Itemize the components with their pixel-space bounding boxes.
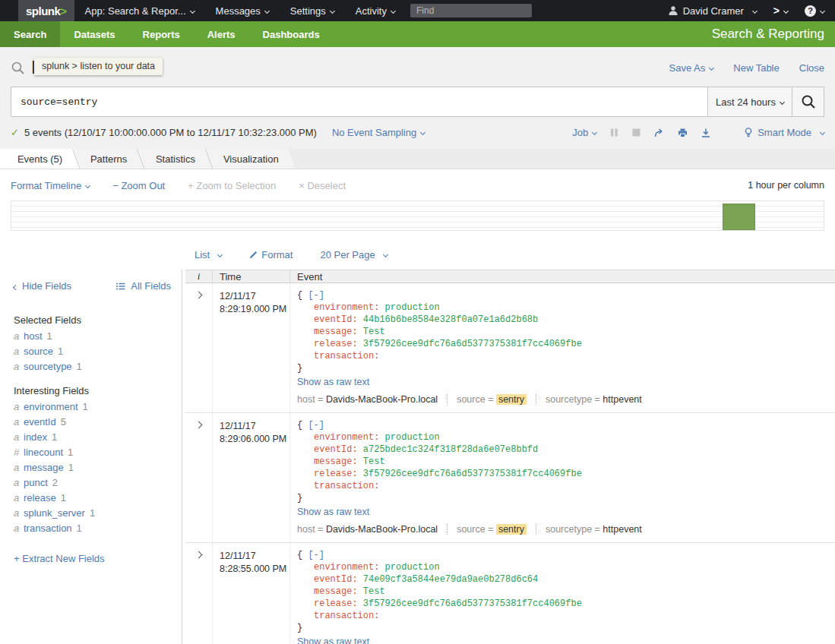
tag-value[interactable]: Davids-MacBook-Pro.local	[326, 524, 438, 535]
field-name[interactable]: transaction	[24, 522, 72, 534]
timeline-chart[interactable]	[11, 200, 824, 231]
tab-patterns[interactable]: Patterns	[73, 149, 145, 169]
json-collapse-link[interactable]: [-]	[308, 290, 324, 301]
zoom-to-selection-button[interactable]: + Zoom to Selection	[188, 180, 276, 191]
json-key[interactable]: message:	[314, 327, 358, 337]
field-name[interactable]: source	[24, 346, 53, 357]
job-menu[interactable]: Job	[572, 127, 596, 138]
timeline-bar[interactable]	[723, 204, 755, 230]
appnav-item-reports[interactable]: Reports	[129, 21, 194, 47]
topbar-menu-messages[interactable]: Messages	[205, 0, 280, 21]
pause-button[interactable]	[610, 128, 618, 137]
field-name[interactable]: message	[24, 462, 64, 473]
field-message[interactable]: amessage1	[14, 462, 171, 472]
field-name[interactable]: host	[24, 330, 43, 342]
field-index[interactable]: aindex1	[14, 432, 171, 442]
show-raw-text-link[interactable]: Show as raw text	[297, 636, 369, 644]
field-name[interactable]: punct	[24, 477, 48, 488]
export-button[interactable]	[701, 128, 710, 137]
zoom-out-button[interactable]: − Zoom Out	[112, 180, 165, 191]
field-host[interactable]: ahost1	[14, 331, 171, 341]
expand-chevron-icon[interactable]	[195, 292, 203, 299]
show-raw-text-link[interactable]: Show as raw text	[297, 377, 369, 387]
tab-visualization[interactable]: Visualization	[206, 149, 296, 169]
json-value[interactable]: 3f57926cee9dfc76a6d5377375381f7cc4069fbe	[358, 598, 582, 609]
field-name[interactable]: linecount	[24, 447, 63, 458]
per-page-menu[interactable]: 20 Per Page	[320, 249, 387, 260]
format-menu[interactable]: Format	[249, 249, 293, 260]
deselect-button[interactable]: × Deselect	[299, 180, 346, 191]
field-source[interactable]: asource1	[14, 346, 171, 356]
appnav-item-search[interactable]: Search	[0, 21, 60, 47]
json-key[interactable]: environment:	[314, 562, 379, 573]
json-key[interactable]: eventId:	[314, 444, 358, 455]
field-name[interactable]: splunk_server	[24, 507, 85, 519]
field-linecount[interactable]: #linecount1	[14, 447, 171, 457]
hide-fields-button[interactable]: Hide Fields	[14, 280, 71, 292]
splunk-logo[interactable]: splunk>	[18, 0, 74, 21]
json-key[interactable]: transaction:	[314, 481, 379, 491]
json-key[interactable]: eventId:	[314, 314, 358, 325]
field-release[interactable]: arelease1	[14, 493, 171, 503]
expand-chevron-icon[interactable]	[195, 551, 203, 559]
json-key[interactable]: transaction:	[314, 351, 379, 361]
appnav-item-datasets[interactable]: Datasets	[60, 21, 128, 47]
json-key[interactable]: environment:	[314, 432, 379, 443]
time-range-picker[interactable]: Last 24 hours	[707, 87, 792, 117]
extract-new-fields-button[interactable]: + Extract New Fields	[14, 553, 171, 564]
field-name[interactable]: index	[24, 431, 47, 443]
field-name[interactable]: sourcetype	[24, 361, 72, 372]
event-sampling-menu[interactable]: No Event Sampling	[332, 127, 425, 138]
field-transaction[interactable]: atransaction1	[14, 523, 171, 533]
show-raw-text-link[interactable]: Show as raw text	[297, 507, 369, 517]
json-value[interactable]: production	[379, 432, 439, 443]
print-button[interactable]	[678, 128, 688, 137]
json-key[interactable]: release:	[314, 469, 358, 479]
tab-statistics[interactable]: Statistics	[138, 149, 213, 169]
format-timeline-menu[interactable]: Format Timeline	[11, 180, 90, 191]
all-fields-button[interactable]: All Fields	[116, 280, 171, 292]
appnav-item-dashboards[interactable]: Dashboards	[249, 21, 334, 47]
field-eventId[interactable]: aeventId5	[14, 417, 171, 427]
search-button[interactable]	[792, 87, 824, 117]
tag-value[interactable]: httpevent	[603, 524, 641, 535]
expand-chevron-icon[interactable]	[195, 421, 203, 429]
topbar-menu-app[interactable]: App: Search & Repor...	[74, 0, 205, 21]
json-value[interactable]: 74e09cf3a5844ee79da9ae0b278d6c64	[358, 574, 539, 585]
save-as-button[interactable]: Save As	[669, 62, 714, 74]
json-value[interactable]: Test	[358, 456, 385, 467]
field-name[interactable]: environment	[24, 401, 78, 412]
tag-value[interactable]: sentry	[496, 394, 527, 405]
user-menu[interactable]: David Cramer	[668, 5, 757, 17]
json-key[interactable]: transaction:	[314, 611, 379, 621]
close-button[interactable]: Close	[799, 62, 824, 74]
tag-value[interactable]: httpevent	[603, 394, 641, 405]
tag-value[interactable]: sentry	[496, 524, 527, 535]
share-button[interactable]	[654, 128, 664, 137]
topbar-menu-settings[interactable]: Settings	[280, 0, 345, 21]
new-table-button[interactable]: New Table	[733, 62, 779, 74]
help-menu[interactable]: ?	[805, 5, 824, 17]
json-value[interactable]: 3f57926cee9dfc76a6d5377375381f7cc4069fbe	[358, 469, 582, 479]
json-collapse-link[interactable]: [-]	[308, 420, 324, 431]
json-value[interactable]: Test	[358, 586, 385, 597]
json-key[interactable]: message:	[314, 586, 358, 597]
json-value[interactable]: 3f57926cee9dfc76a6d5377375381f7cc4069fbe	[358, 339, 582, 349]
json-key[interactable]: release:	[314, 598, 358, 609]
field-name[interactable]: release	[24, 492, 56, 504]
find-input[interactable]	[410, 4, 532, 17]
field-splunk_server[interactable]: asplunk_server1	[14, 508, 171, 518]
field-punct[interactable]: apunct2	[14, 478, 171, 488]
json-key[interactable]: environment:	[314, 302, 379, 313]
tag-value[interactable]: Davids-MacBook-Pro.local	[326, 394, 438, 405]
json-key[interactable]: message:	[314, 456, 358, 467]
field-sourcetype[interactable]: asourcetype1	[14, 361, 171, 371]
tab-events[interactable]: Events (5)	[0, 149, 81, 169]
topbar-menu-activity[interactable]: Activity	[345, 0, 406, 21]
stop-button[interactable]	[632, 128, 640, 137]
search-query-input[interactable]	[11, 87, 707, 117]
appnav-item-alerts[interactable]: Alerts	[194, 21, 249, 47]
json-key[interactable]: release:	[314, 339, 358, 349]
splunk-arrow-menu[interactable]: >	[773, 5, 788, 17]
search-mode-menu[interactable]: Smart Mode	[744, 127, 824, 138]
